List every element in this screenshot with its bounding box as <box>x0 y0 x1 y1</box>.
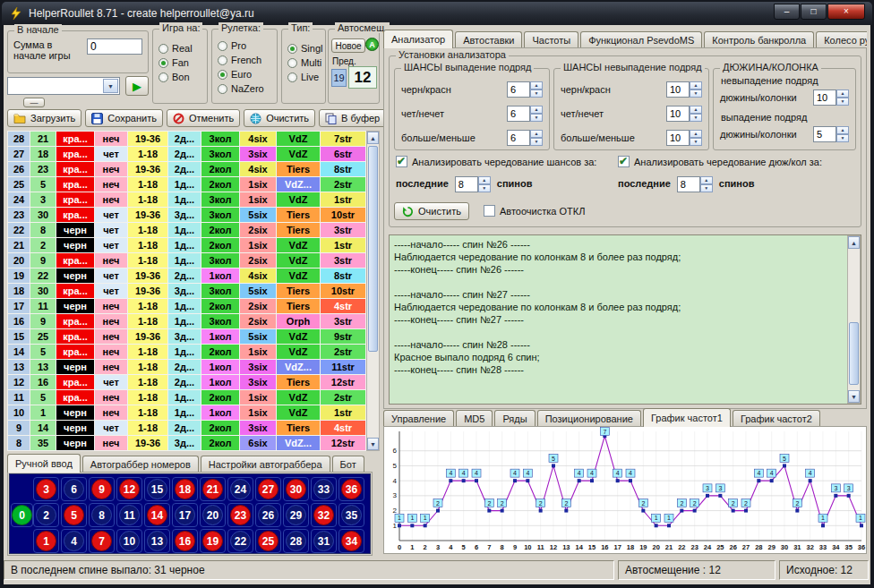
spin-value[interactable]: 8 <box>677 176 700 192</box>
spin-up-arrow[interactable]: ▲ <box>530 106 543 114</box>
number-button-9[interactable]: 9 <box>89 477 115 501</box>
number-button-28[interactable]: 28 <box>283 529 309 553</box>
radio-option-bon[interactable]: Bon <box>153 70 207 84</box>
number-button-24[interactable]: 24 <box>227 477 253 501</box>
radio-option-real[interactable]: Real <box>153 41 207 55</box>
radio-option-pro[interactable]: Pro <box>212 38 277 53</box>
analyze-dozens-checkbox[interactable]: Анализировать чередование дюж/кол за: <box>618 156 822 167</box>
spin-value[interactable]: 6 <box>507 81 530 98</box>
spin-up-arrow[interactable]: ▲ <box>530 81 543 89</box>
number-button-7[interactable]: 7 <box>89 529 115 553</box>
number-button-3[interactable]: 3 <box>33 477 59 501</box>
number-button-34[interactable]: 34 <box>338 529 364 553</box>
spin-down-arrow[interactable]: ▼ <box>690 89 702 98</box>
number-button-16[interactable]: 16 <box>172 529 198 553</box>
chart-tab-4[interactable]: График частот1 <box>643 408 731 427</box>
radio-option-french[interactable]: French <box>212 53 277 67</box>
scroll-up-arrow[interactable]: ▲ <box>367 132 379 144</box>
scroll-down-arrow[interactable]: ▼ <box>848 390 860 403</box>
number-button-0[interactable]: 0 <box>11 503 33 527</box>
spin-down-arrow[interactable]: ▼ <box>690 114 702 122</box>
scroll-down-arrow[interactable]: ▼ <box>367 438 379 450</box>
spin-down-arrow[interactable]: ▼ <box>690 138 702 146</box>
input-tab-1[interactable]: Автограббер номеров <box>82 456 199 473</box>
number-button-33[interactable]: 33 <box>311 477 337 501</box>
input-tab-3[interactable]: Бот <box>332 456 364 473</box>
radio-option-live[interactable]: Live <box>282 70 325 84</box>
table-row[interactable]: 1216кра...чет1-182д...1кол3sixTiers12str <box>8 375 365 389</box>
close-button[interactable]: × <box>827 4 865 20</box>
spin-down-arrow[interactable]: ▼ <box>836 134 849 142</box>
spin-down-arrow[interactable]: ▼ <box>530 89 543 98</box>
number-button-19[interactable]: 19 <box>200 529 226 553</box>
number-button-29[interactable]: 29 <box>283 503 309 527</box>
number-button-4[interactable]: 4 <box>61 529 87 553</box>
spin-value[interactable]: 8 <box>455 176 478 192</box>
spin-up-arrow[interactable]: ▲ <box>836 89 849 98</box>
scrollbar-thumb[interactable] <box>849 322 859 385</box>
spin-up-arrow[interactable]: ▲ <box>690 106 702 114</box>
table-row[interactable]: 2330кра...чет19-363д...3кол5sixTiers10st… <box>8 208 365 222</box>
spin-value[interactable]: 10 <box>666 106 690 122</box>
spin-up-arrow[interactable]: ▲ <box>690 81 702 89</box>
number-button-13[interactable]: 13 <box>144 529 170 553</box>
number-button-2[interactable]: 2 <box>33 503 59 527</box>
title-bar[interactable]: HelperRoullet 8.71 - create helperroulle… <box>2 2 872 25</box>
spin-down-arrow[interactable]: ▼ <box>530 138 543 146</box>
spin-down-arrow[interactable]: ▼ <box>478 184 491 192</box>
radio-option-nazero[interactable]: NaZero <box>212 81 277 96</box>
number-button-15[interactable]: 15 <box>144 477 170 501</box>
number-button-10[interactable]: 10 <box>116 529 142 553</box>
table-row[interactable]: 2821кра...неч19-362д...3кол4sixVdZ7str <box>8 132 365 146</box>
number-button-12[interactable]: 12 <box>116 477 142 501</box>
table-row[interactable]: 1922чернчет19-362д...1кол4sixVdZ8str <box>8 268 365 283</box>
spin-up-arrow[interactable]: ▲ <box>836 126 849 134</box>
number-button-25[interactable]: 25 <box>255 529 281 553</box>
table-row[interactable]: 1711черннеч1-181д...2кол2sixTiers4str <box>8 299 365 313</box>
input-tab-0[interactable]: Ручной ввод <box>7 454 81 473</box>
table-row[interactable]: 1525кра...неч19-363д...1кол5sixVdZ9str <box>8 329 365 344</box>
chart-tab-0[interactable]: Управление <box>383 410 454 427</box>
maximize-button[interactable]: □ <box>801 4 827 20</box>
spin-down-arrow[interactable]: ▼ <box>530 114 543 122</box>
spin-up-arrow[interactable]: ▲ <box>690 130 702 138</box>
number-button-8[interactable]: 8 <box>89 503 115 527</box>
radio-option-singl[interactable]: Singl <box>282 41 325 55</box>
number-button-5[interactable]: 5 <box>61 503 87 527</box>
radio-option-fan[interactable]: Fan <box>153 55 207 70</box>
table-row[interactable]: 169кра...неч1-181д...3кол2sixOrph3str <box>8 314 365 328</box>
number-button-14[interactable]: 14 <box>144 503 170 527</box>
spin-down-arrow[interactable]: ▼ <box>836 98 849 106</box>
autoclean-checkbox[interactable]: Автоочистка ОТКЛ <box>484 205 585 217</box>
start-sum-input[interactable] <box>87 38 142 55</box>
chart-tab-1[interactable]: MD5 <box>456 410 493 427</box>
input-tab-2[interactable]: Настройки автограббера <box>201 456 330 473</box>
number-button-11[interactable]: 11 <box>116 503 142 527</box>
number-button-22[interactable]: 22 <box>227 529 253 553</box>
scroll-up-arrow[interactable]: ▲ <box>848 236 860 249</box>
combobox-dropdown-icon[interactable]: ▼ <box>103 79 118 93</box>
number-button-1[interactable]: 1 <box>33 529 59 553</box>
number-button-35[interactable]: 35 <box>338 503 364 527</box>
buffer-button[interactable]: В буфер <box>319 109 386 127</box>
analyzer-tab-0[interactable]: Анализатор <box>383 30 453 48</box>
number-button-26[interactable]: 26 <box>255 503 281 527</box>
analyzer-log[interactable]: -----начало----- спин №26 ------ Наблюда… <box>389 234 861 405</box>
table-row[interactable]: 914чернчет1-182д...2кол3sixTiers4str <box>8 421 365 435</box>
analyzer-tab-2[interactable]: Частоты <box>524 31 578 48</box>
number-button-27[interactable]: 27 <box>255 477 281 501</box>
analyzer-tab-1[interactable]: Автоставки <box>455 31 522 48</box>
table-row[interactable]: 115кра...неч1-181д...2кол1sixVdZ2str <box>8 390 365 405</box>
number-button-17[interactable]: 17 <box>172 503 198 527</box>
table-row[interactable]: 2718кра...чет1-182д...3кол3sixVdZ6str <box>8 147 365 161</box>
chart-tab-5[interactable]: График частот2 <box>733 410 820 427</box>
minimize-button[interactable]: – <box>774 4 800 20</box>
undo-button[interactable]: Отменить <box>167 109 240 127</box>
analyzer-tab-3[interactable]: Функционал PsevdoMS <box>580 31 702 48</box>
play-button[interactable]: ▶ <box>125 76 149 96</box>
table-row[interactable]: 255кра...неч1-181д...2кол1sixVdZ...2str <box>8 177 365 192</box>
spin-value[interactable]: 5 <box>813 126 836 142</box>
analyze-chances-checkbox[interactable]: Анализировать чередование шансов за: <box>396 156 596 167</box>
spin-up-arrow[interactable]: ▲ <box>478 176 491 184</box>
table-row[interactable]: 2623кра...неч19-362д...2кол4sixTiers8str <box>8 162 365 176</box>
